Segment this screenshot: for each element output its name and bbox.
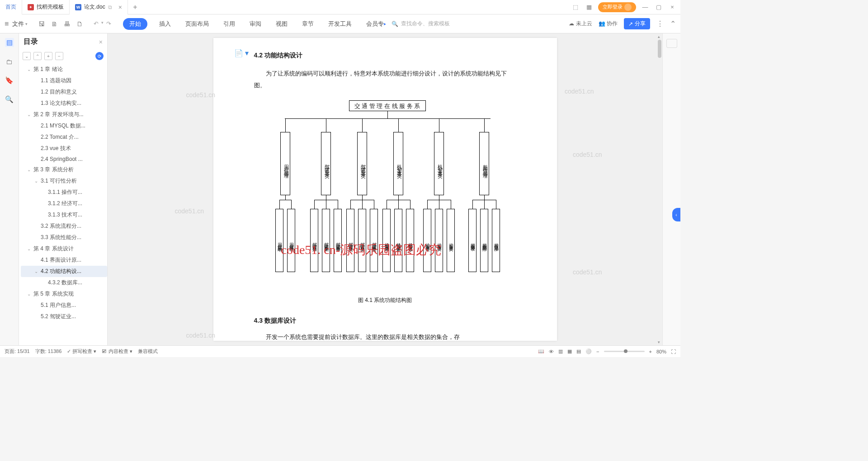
ribbon-ref[interactable]: 引用 — [221, 18, 238, 30]
zoom-value[interactable]: 80% — [656, 349, 666, 354]
zoom-out-icon[interactable]: − — [596, 349, 599, 354]
save-icon[interactable]: 🖫 — [38, 20, 46, 28]
undo-icon[interactable]: ↶ — [94, 20, 99, 27]
zoom-in-icon[interactable]: + — [649, 349, 652, 354]
view-mode-book-icon[interactable]: 📖 — [538, 348, 544, 354]
outline-item[interactable]: 3.1.2 经济可... — [21, 198, 107, 209]
tab-home[interactable]: 首页 — [0, 0, 22, 14]
watermark: code51.cn — [565, 88, 594, 95]
outline-item[interactable]: ⌄4.2 功能结构设... — [21, 266, 107, 277]
share-button[interactable]: ↗ 分享 — [624, 18, 650, 29]
fullscreen-icon[interactable]: ⛶ — [671, 349, 676, 354]
side-handle[interactable]: ‹ — [672, 208, 680, 221]
outline-item[interactable]: ⌄第 3 章 系统分析 — [21, 164, 107, 175]
window-close-icon[interactable]: × — [668, 3, 677, 12]
files-icon[interactable]: 🗀 — [5, 57, 14, 66]
heading-4-3: 4.3 数据库设计 — [254, 317, 516, 325]
outline-item[interactable]: 1.1 选题动因 — [21, 75, 107, 86]
outline-item[interactable]: 3.3 系统性能分... — [21, 232, 107, 243]
view-mode-focus-icon[interactable]: 👁 — [549, 349, 554, 354]
outline-icon[interactable]: ▤ — [5, 38, 14, 47]
bookmark-icon[interactable]: 🔖 — [5, 76, 14, 85]
ribbon-start[interactable]: 开始 — [123, 18, 147, 30]
ribbon-chapter[interactable]: 章节 — [299, 18, 316, 30]
add-tab-button[interactable]: + — [128, 3, 142, 11]
word-icon: W — [75, 4, 81, 10]
tab-document[interactable]: W 论文.doc ⧉ × — [70, 0, 128, 14]
minimize-icon[interactable]: — — [641, 3, 650, 12]
outline-item[interactable]: ⌄第 2 章 开发环境与... — [21, 109, 107, 120]
outline-item[interactable]: 3.1.3 技术可... — [21, 209, 107, 221]
tab-window-icon[interactable]: ⧉ — [108, 4, 112, 10]
preview-icon[interactable]: 🗋 — [75, 20, 84, 28]
add-level-icon[interactable]: + — [44, 52, 52, 60]
apps-icon[interactable]: ▦ — [585, 3, 594, 12]
panel-close-icon[interactable]: × — [99, 38, 103, 46]
ribbon-insert[interactable]: 插入 — [156, 18, 174, 30]
ribbon-review[interactable]: 审阅 — [247, 18, 264, 30]
ribbon-dev[interactable]: 开发工具 — [326, 18, 354, 30]
tab-label: 论文.doc — [84, 3, 105, 11]
outline-item[interactable]: 5.1 用户信息... — [21, 300, 107, 311]
page-indicator[interactable]: 页面: 15/31 — [5, 348, 30, 355]
layout-icon[interactable]: ⬚ — [571, 3, 580, 12]
outline-item[interactable]: ⌄3.1 可行性分析 — [21, 175, 107, 187]
remove-level-icon[interactable]: − — [55, 52, 63, 60]
collapse-all-icon[interactable]: ⌄ — [23, 52, 31, 60]
save-as-icon[interactable]: 🗎 — [50, 20, 58, 28]
outline-item[interactable]: 2.4 SpringBoot ... — [21, 154, 107, 164]
view-mode-page-icon[interactable]: ▥ — [558, 348, 563, 354]
cloud-status[interactable]: ☁ 未上云 — [569, 20, 592, 28]
search-input[interactable]: 🔍 查找命令、搜索模板 — [392, 20, 450, 28]
watermark: code51.cn — [186, 332, 216, 339]
tab-templates[interactable]: ✦ 找稻壳模板 — [22, 0, 70, 14]
hamburger-icon[interactable]: ≡ — [5, 20, 9, 28]
outline-item[interactable]: 4.3.2 数据库... — [21, 277, 107, 288]
scroll-down-icon[interactable]: ▾ — [658, 340, 660, 344]
sync-icon[interactable]: ⟳ — [95, 52, 104, 60]
collapse-ribbon-icon[interactable]: ⌃ — [670, 19, 676, 28]
redo-icon[interactable]: ↷ — [106, 20, 111, 27]
scroll-up-icon[interactable]: ▴ — [658, 34, 660, 39]
outline-panel: 目录 × ⌄ ⌃ + − ⟳ ⌄第 1 章 绪论1.1 选题动因1.2 目的和意… — [19, 33, 108, 345]
outline-item[interactable]: 1.2 目的和意义 — [21, 86, 107, 98]
ribbon-member[interactable]: 会员专 — [363, 18, 387, 30]
word-count[interactable]: 字数: 11386 — [35, 348, 62, 355]
content-check-button[interactable]: 🗹 内容检查 ▾ — [102, 348, 132, 355]
file-menu[interactable]: 文件 ▾ — [12, 20, 28, 28]
collab-button[interactable]: 👥 协作 — [599, 20, 618, 28]
print-icon[interactable]: 🖶 — [63, 20, 71, 28]
outline-title: 目录 — [24, 37, 99, 47]
outline-item[interactable]: 4.1 界面设计原... — [21, 254, 107, 266]
panel-toggle-icon[interactable] — [666, 39, 677, 48]
login-button[interactable]: 立即登录 — [598, 2, 636, 12]
ribbon-view[interactable]: 视图 — [273, 18, 290, 30]
maximize-icon[interactable]: ▢ — [654, 3, 663, 12]
outline-item[interactable]: 3.2 系统流程分... — [21, 221, 107, 232]
more-icon[interactable]: ⋮ — [656, 19, 664, 28]
outline-item[interactable]: 2.1 MYSQL 数据... — [21, 120, 107, 132]
zoom-slider[interactable] — [604, 351, 645, 352]
view-mode-web-icon[interactable]: ▦ — [567, 348, 572, 354]
outline-item[interactable]: 2.2 Tomcat 介... — [21, 132, 107, 143]
paragraph-mark-icon[interactable]: 📄 ▾ — [234, 49, 249, 57]
ribbon-layout[interactable]: 页面布局 — [183, 18, 212, 30]
close-icon[interactable]: × — [118, 4, 122, 11]
view-mode-outline-icon[interactable]: ▤ — [576, 348, 581, 354]
scrollbar-thumb[interactable] — [658, 40, 661, 58]
search-rail-icon[interactable]: 🔍 — [5, 95, 14, 104]
outline-item[interactable]: 1.3 论文结构安... — [21, 98, 107, 109]
outline-item[interactable]: 5.2 驾驶证业... — [21, 311, 107, 322]
diagram-root: 交 通 管 理 在 线 服 务 系 — [349, 100, 426, 111]
outline-item[interactable]: ⌄第 4 章 系统设计 — [21, 243, 107, 254]
spellcheck-button[interactable]: ✓ 拼写检查 ▾ — [67, 348, 96, 355]
outline-item[interactable]: ⌄第 1 章 绪论 — [21, 64, 107, 75]
expand-all-icon[interactable]: ⌃ — [33, 52, 42, 60]
outline-item[interactable]: ⌄第 5 章 系统实现 — [21, 288, 107, 300]
outline-item[interactable]: 3.1.1 操作可... — [21, 187, 107, 198]
compat-mode[interactable]: 兼容模式 — [138, 348, 158, 355]
night-mode-icon[interactable]: ⚪ — [585, 348, 592, 354]
chevron-right-icon[interactable]: ▸ — [384, 21, 386, 26]
vertical-scrollbar[interactable]: ▴ ▾ — [657, 33, 662, 345]
outline-item[interactable]: 2.3 vue 技术 — [21, 143, 107, 154]
